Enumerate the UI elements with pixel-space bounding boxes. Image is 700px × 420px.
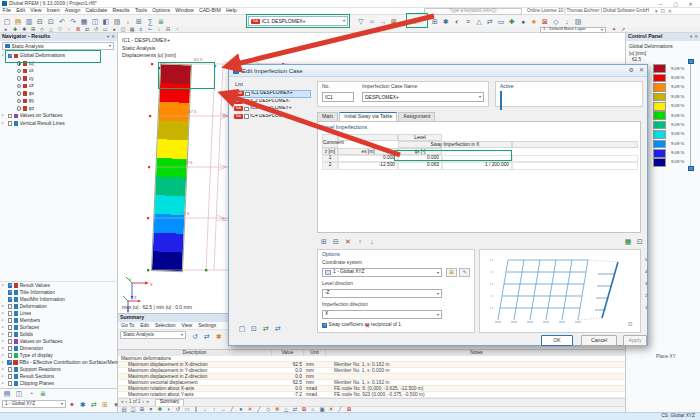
expand-icon[interactable]: ▸ [2,114,6,118]
apply-button[interactable]: Apply [623,335,647,346]
tab-views-icon[interactable]: ◔ [26,389,36,399]
case-name-combo[interactable]: DESPLOMEX+ ▾ [362,92,484,102]
remove-row-icon[interactable]: ⊟ [331,236,341,246]
menu-help[interactable]: Help [223,8,239,13]
case-checkbox[interactable] [245,92,250,97]
del2-icon[interactable]: ⊠ [74,27,82,33]
menu-file[interactable]: File [0,8,14,13]
checkbox[interactable] [8,283,13,288]
filter-results-icon[interactable]: ▽ [356,16,366,26]
navigator-icon[interactable]: ◫ [90,16,100,26]
tab-display-icon[interactable]: ◫ [14,389,24,399]
save-icon[interactable]: ▥ [24,16,34,26]
menu-window[interactable]: Window [173,8,197,13]
chevron-down-icon[interactable]: ▾ [479,95,481,99]
tri-down-icon[interactable]: ▽ [56,27,64,33]
next-page-icon[interactable]: › [143,400,145,405]
checkbox[interactable] [8,346,13,351]
case-checkbox[interactable] [244,107,249,112]
new-cs-button[interactable]: ⊞ [446,268,457,277]
tree-item[interactable]: Title Information [0,289,118,296]
open-model-icon[interactable]: ▤ [13,16,23,26]
tree-item[interactable]: ▸Members [0,317,118,324]
last-page-icon[interactable]: » [146,400,149,405]
lines-icon[interactable]: ≡ [137,27,145,33]
result-component-option[interactable]: |u| [0,60,118,68]
print-icon[interactable]: ⊟ [35,16,45,26]
minimize-panel-icon[interactable]: ▾ [655,9,658,14]
panel-icon[interactable]: ▭ [496,16,506,26]
tab-assignment[interactable]: Assignment [398,112,435,121]
coordinate-system-select[interactable]: 1 - Global XYZ ▾ [322,268,442,277]
checkbox[interactable] [8,290,13,295]
copy-case-icon[interactable]: ⊡ [249,323,259,333]
rotate-icon[interactable]: ↺ [92,27,100,33]
copy-icon[interactable]: ⊡ [46,16,56,26]
result-component-option[interactable]: φz [0,105,118,113]
sort-asc-icon[interactable]: ↑ [355,236,365,246]
phi-value[interactable]: 1 / 200.000 [442,162,512,170]
summary-menu-view[interactable]: View [178,323,195,328]
ok-button[interactable]: OK [541,335,573,346]
radio-button[interactable] [17,91,22,96]
radio-button[interactable] [17,99,22,104]
result-component-option[interactable]: uy [0,75,118,83]
tree-item[interactable]: ▸Lines [0,310,118,317]
redo-icon[interactable]: ↷ [68,16,78,26]
tab-initial-sway-via-table[interactable]: Initial Sway via Table [339,112,397,121]
radio-button[interactable] [17,76,22,81]
checkbox[interactable] [8,297,13,302]
expand-icon[interactable]: ▸ [2,333,6,337]
level-value[interactable]: -12.500 [338,162,398,170]
expand-icon[interactable]: ▸ [2,368,6,372]
table-icon[interactable]: ▦ [79,16,89,26]
checkbox[interactable] [8,339,13,344]
result-component-option[interactable]: uz [0,82,118,90]
level-imperfection-row[interactable]: 10.0000.000 [322,155,638,163]
dialog-close-icon[interactable]: ✕ [639,67,644,73]
snap2-icon[interactable]: ✱ [20,27,28,33]
list-icon[interactable]: ≡ [463,16,473,26]
imperfection-direction-select[interactable]: X ▾ [322,310,442,319]
tree-item[interactable]: Max/Min Information [0,296,118,303]
float-panel-icon[interactable]: ⊡ [661,9,665,14]
tree-item[interactable]: ▸Values on Surfaces [0,112,118,120]
sum-swap-icon[interactable]: ⇄ [202,331,212,341]
pin-icon[interactable]: ▾ [690,35,692,40]
summary-analysis-combo[interactable]: Static Analysis ▾ [120,331,186,339]
scale-slider-top-handle[interactable] [688,59,694,64]
expand-icon[interactable]: ▸ [2,54,6,58]
chevron-down-icon[interactable]: ▾ [109,44,111,48]
maximize-button[interactable]: ▢ [668,0,683,8]
expand-icon[interactable]: ▸ [2,354,6,358]
expand-icon[interactable]: ▸ [2,122,6,126]
menu-results[interactable]: Results [110,8,133,13]
tab-results-icon[interactable]: ≣ [38,389,48,399]
minimize-button[interactable]: ─ [653,0,668,8]
comment-value[interactable] [512,155,638,163]
menu-tools[interactable]: Tools [132,8,149,13]
import-case-icon[interactable]: ⇄ [261,323,271,333]
add-icon[interactable]: ✚ [507,16,517,26]
animate-icon[interactable]: → [378,16,388,26]
shade-icon[interactable]: ◐ [452,16,462,26]
close-icon[interactable]: ✕ [111,35,115,40]
checkbox[interactable] [8,318,13,323]
menu-insert[interactable]: Insert [44,8,62,13]
swap2-icon[interactable]: ⇄ [83,27,91,33]
new-case-icon[interactable]: ▢ [237,323,247,333]
clear-results-icon[interactable]: ⊠ [389,16,399,26]
imperfection-case-item[interactable]: TabIC4 DESPLOMEY- [233,113,311,121]
layer-edit-icon[interactable]: ↗ [619,27,627,33]
tree-item[interactable]: ▸Result Values [0,282,118,289]
minus-icon[interactable]: ⊟ [164,27,172,33]
summary-menu-settings[interactable]: Settings [195,323,219,328]
export-case-icon[interactable]: ⇄ [273,323,283,333]
circle-icon[interactable]: ○ [65,27,73,33]
grid2-icon[interactable]: ⊞ [29,27,37,33]
view-icon[interactable]: ◧ [101,16,111,26]
rect-icon[interactable]: ▭ [101,27,109,33]
sum-refresh-icon[interactable]: ↺ [190,331,200,341]
load-down-icon[interactable]: ↓ [562,16,572,26]
close-icon[interactable]: ✕ [694,35,698,40]
